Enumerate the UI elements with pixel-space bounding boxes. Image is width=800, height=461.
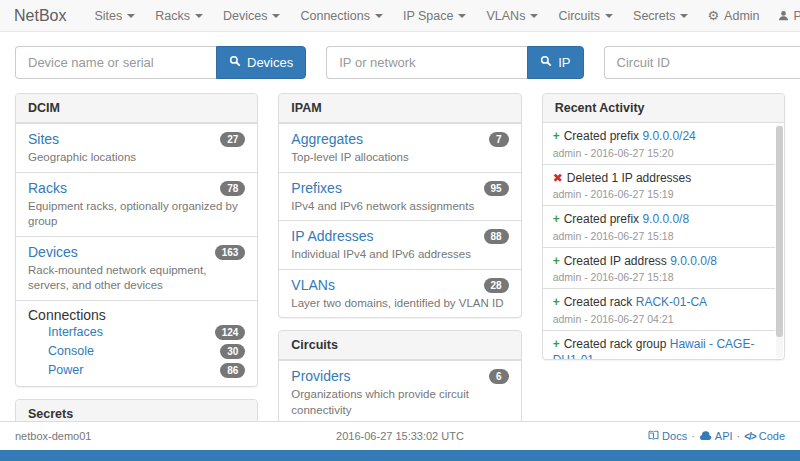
vlans-description: Layer two domains, identified by VLAN ID xyxy=(291,296,508,312)
activity-action: Created IP address xyxy=(564,254,667,268)
interfaces-count-badge: 124 xyxy=(215,325,246,340)
code-icon: </> xyxy=(744,431,755,442)
netbox-dashboard: NetBox Sites Racks Devices Connections I… xyxy=(0,0,800,461)
code-link[interactable]: </> Code xyxy=(744,430,785,442)
vlans-link[interactable]: VLANs xyxy=(291,277,335,293)
interfaces-link[interactable]: Interfaces xyxy=(48,325,103,339)
nav-connections-label: Connections xyxy=(300,9,370,23)
activity-object-link[interactable]: 9.0.0.0/8 xyxy=(642,212,689,226)
dashboard-grid: DCIM 27 Sites Geographic locations 78 Ra… xyxy=(0,91,800,461)
user-nav: ⚙ Admin Profile Log out xyxy=(698,9,800,23)
activity-item: +Created prefix 9.0.0.0/8 admin - 2016-0… xyxy=(543,205,775,247)
main-nav: Sites Racks Devices Connections IP Space… xyxy=(84,0,698,31)
console-link[interactable]: Console xyxy=(48,344,94,358)
ip-search-group: IP xyxy=(326,46,583,79)
aggregates-count-badge: 7 xyxy=(489,132,509,147)
circuits-panel-title: Circuits xyxy=(279,331,520,360)
racks-link[interactable]: Racks xyxy=(28,180,67,196)
cloud-icon xyxy=(699,430,712,443)
column-dcim: DCIM 27 Sites Geographic locations 78 Ra… xyxy=(15,93,258,461)
navbar: NetBox Sites Racks Devices Connections I… xyxy=(0,0,800,32)
hostname-label: netbox-demo01 xyxy=(15,430,215,442)
power-count-badge: 86 xyxy=(220,363,245,378)
docs-link[interactable]: Docs xyxy=(648,430,687,443)
activity-action: Created rack xyxy=(564,295,633,309)
search-icon xyxy=(540,55,552,70)
nav-ip-space-label: IP Space xyxy=(403,9,454,23)
activity-meta: admin - 2016-06-27 04:21 xyxy=(553,313,771,325)
column-activity: Recent Activity +Created prefix 9.0.0.0/… xyxy=(542,93,785,461)
power-link[interactable]: Power xyxy=(48,363,83,377)
activity-item: +Created rack RACK-01-CA admin - 2016-06… xyxy=(543,288,775,330)
activity-object-link[interactable]: 9.0.0.0/8 xyxy=(670,254,717,268)
recent-activity-panel: Recent Activity +Created prefix 9.0.0.0/… xyxy=(542,93,785,360)
aggregates-description: Top-level IP allocations xyxy=(291,150,508,166)
nav-secrets[interactable]: Secrets xyxy=(623,0,698,31)
activity-meta: admin - 2016-06-27 15:19 xyxy=(553,188,771,200)
nav-racks-label: Racks xyxy=(155,9,190,23)
prefixes-link[interactable]: Prefixes xyxy=(291,180,342,196)
prefixes-description: IPv4 and IPv6 network assignments xyxy=(291,199,508,215)
nav-circuits[interactable]: Circuits xyxy=(548,0,623,31)
activity-item: ✖Deleted 1 IP addresses admin - 2016-06-… xyxy=(543,164,775,206)
ipam-panel-title: IPAM xyxy=(279,94,520,123)
devices-count-badge: 163 xyxy=(215,245,246,260)
device-search-input[interactable] xyxy=(15,46,216,79)
search-icon xyxy=(229,55,241,70)
nav-secrets-label: Secrets xyxy=(633,9,675,23)
list-item: Interfaces 124 xyxy=(28,323,245,342)
admin-label: Admin xyxy=(724,9,759,23)
ip-addresses-link[interactable]: IP Addresses xyxy=(291,228,373,244)
list-item: 27 Sites Geographic locations xyxy=(16,123,257,172)
device-search-group: Devices xyxy=(15,46,306,79)
admin-link[interactable]: ⚙ Admin xyxy=(698,9,768,23)
nav-vlans[interactable]: VLANs xyxy=(476,0,548,31)
chevron-down-icon xyxy=(605,14,613,18)
gear-icon: ⚙ xyxy=(707,9,719,22)
created-icon: + xyxy=(553,295,560,311)
nav-devices[interactable]: Devices xyxy=(213,0,290,31)
device-search-button[interactable]: Devices xyxy=(216,46,306,79)
profile-link[interactable]: Profile xyxy=(769,9,800,23)
docs-link-label: Docs xyxy=(662,430,687,442)
api-link[interactable]: API xyxy=(699,430,733,443)
ip-search-button[interactable]: IP xyxy=(527,46,583,79)
ip-addresses-count-badge: 88 xyxy=(484,229,509,244)
bottom-accent-bar xyxy=(0,450,800,461)
activity-item: +Created IP address 9.0.0.0/8 admin - 20… xyxy=(543,247,775,289)
connections-label: Connections xyxy=(28,307,245,323)
nav-ip-space[interactable]: IP Space xyxy=(393,0,477,31)
activity-object-link[interactable]: RACK-01-CA xyxy=(636,295,707,309)
sites-link[interactable]: Sites xyxy=(28,131,59,147)
ipam-panel: IPAM 7 Aggregates Top-level IP allocatio… xyxy=(278,93,521,318)
nav-connections[interactable]: Connections xyxy=(290,0,393,31)
activity-object-link[interactable]: 9.0.0.0/24 xyxy=(642,129,695,143)
chevron-down-icon xyxy=(127,14,135,18)
circuit-search-group: Circuits xyxy=(604,46,800,79)
prefixes-count-badge: 95 xyxy=(484,181,509,196)
chevron-down-icon xyxy=(375,14,383,18)
list-item: Power 86 xyxy=(28,361,245,380)
activity-meta: admin - 2016-06-27 15:18 xyxy=(553,271,771,283)
brand-logo[interactable]: NetBox xyxy=(14,7,66,25)
nav-racks[interactable]: Racks xyxy=(145,0,213,31)
devices-link[interactable]: Devices xyxy=(28,244,78,260)
footer: netbox-demo01 2016-06-27 15:33:02 UTC Do… xyxy=(0,421,800,450)
list-item: 28 VLANs Layer two domains, identified b… xyxy=(279,269,520,318)
scrollbar-thumb[interactable] xyxy=(776,126,783,337)
providers-link[interactable]: Providers xyxy=(291,368,350,384)
console-count-badge: 30 xyxy=(220,344,245,359)
aggregates-link[interactable]: Aggregates xyxy=(291,131,363,147)
list-item: 88 IP Addresses Individual IPv4 and IPv6… xyxy=(279,220,520,269)
sites-count-badge: 27 xyxy=(220,132,245,147)
circuit-search-input[interactable] xyxy=(604,46,800,79)
racks-description: Equipment racks, optionally organized by… xyxy=(28,199,245,230)
activity-list: +Created prefix 9.0.0.0/24 admin - 2016-… xyxy=(543,123,784,359)
chevron-down-icon xyxy=(195,14,203,18)
providers-description: Organizations which provide circuit conn… xyxy=(291,387,508,418)
chevron-down-icon xyxy=(458,14,466,18)
vlans-count-badge: 28 xyxy=(484,278,509,293)
nav-sites[interactable]: Sites xyxy=(84,0,145,31)
ip-search-input[interactable] xyxy=(326,46,527,79)
nav-devices-label: Devices xyxy=(223,9,267,23)
